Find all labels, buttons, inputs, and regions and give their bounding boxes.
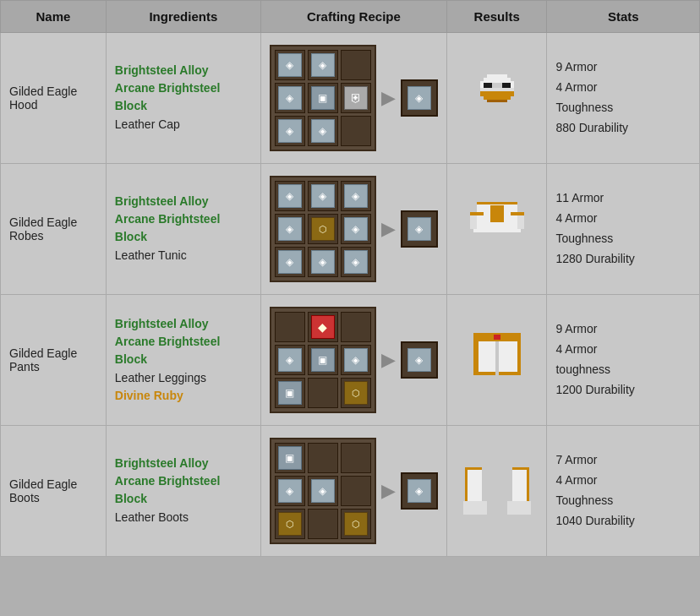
- col-header-results: Results: [446, 1, 547, 33]
- stat-line: 9 Armor: [555, 57, 691, 78]
- stat-line: 880 Durability: [555, 118, 691, 139]
- result-image: [456, 202, 539, 256]
- ingredient-green: Brightsteel Alloy: [115, 315, 252, 333]
- grid-cell: ◈: [275, 83, 305, 113]
- svg-rect-34: [527, 467, 529, 501]
- crafting-arrow: ▶: [381, 87, 396, 109]
- stats-text: 9 Armor4 Armortoughness1200 Durability: [555, 319, 691, 400]
- grid-cell: ▣: [275, 378, 305, 408]
- svg-rect-23: [517, 341, 521, 372]
- item-name: Gilded Eagle Robes: [1, 164, 107, 295]
- grid-cell: [308, 509, 338, 539]
- stat-line: Toughness: [555, 229, 691, 249]
- stats-cell: 11 Armor4 ArmorToughness1280 Durability: [547, 164, 700, 295]
- stat-line: 1040 Durability: [555, 511, 691, 532]
- svg-rect-4: [480, 88, 514, 91]
- item-name: Gilded Eagle Pants: [1, 295, 107, 426]
- svg-rect-18: [511, 212, 524, 215]
- table-row: Gilded Eagle RobesBrightsteel AlloyArcan…: [1, 164, 700, 295]
- ingredient-green: Arcane Brightsteel Block: [115, 472, 252, 508]
- ingredient-green: Brightsteel Alloy: [115, 455, 252, 472]
- svg-rect-22: [473, 341, 479, 372]
- grid-cell: ◈: [308, 476, 338, 506]
- grid-cell: ◈: [275, 116, 305, 146]
- item-name-text: Gilded Eagle Robes: [9, 215, 77, 243]
- ingredients-cell: Brightsteel AlloyArcane Brightsteel Bloc…: [106, 164, 260, 295]
- crafting-recipe-cell: ◈◈◈▣⛨◈◈ ▶ ◈: [260, 33, 446, 164]
- grid-cell: ⬡: [275, 509, 305, 539]
- recipe-result-cell: ◈: [401, 341, 438, 379]
- crafting-arrow: ▶: [381, 480, 396, 502]
- grid-cell: ◈: [341, 345, 371, 375]
- stats-cell: 7 Armor4 ArmorToughness1040 Durability: [547, 426, 700, 557]
- ingredient-green: Arcane Brightsteel Block: [115, 79, 252, 115]
- col-header-recipe: Crafting Recipe: [260, 1, 446, 33]
- crafting-arrow: ▶: [381, 218, 396, 240]
- svg-rect-30: [507, 501, 531, 515]
- ingredient-green: Arcane Brightsteel Block: [115, 333, 252, 368]
- svg-rect-2: [484, 78, 511, 81]
- stats-cell: 9 Armor4 Armortoughness1200 Durability: [547, 295, 700, 426]
- stat-line: toughness: [555, 360, 691, 380]
- grid-cell: ◈: [308, 50, 338, 80]
- svg-rect-16: [477, 202, 517, 204]
- grid-cell: ◈: [308, 181, 338, 211]
- result-cell: [446, 295, 547, 426]
- grid-cell: ◈: [341, 247, 371, 277]
- stat-line: 4 Armor: [555, 78, 691, 98]
- grid-cell: ◈: [275, 345, 305, 375]
- ingredient-green: Brightsteel Alloy: [115, 62, 252, 79]
- svg-rect-10: [487, 100, 507, 102]
- item-name-text: Gilded Eagle Boots: [9, 477, 77, 504]
- svg-rect-15: [490, 205, 504, 222]
- stat-line: 4 Armor: [555, 471, 691, 491]
- result-cell: [446, 426, 547, 557]
- col-header-stats: Stats: [547, 1, 700, 33]
- svg-rect-32: [465, 467, 468, 501]
- ingredient-green: Arcane Brightsteel Block: [115, 210, 252, 246]
- grid-cell: ◈: [275, 214, 305, 244]
- svg-rect-17: [470, 212, 484, 215]
- grid-cell: ⬡: [341, 378, 371, 408]
- grid-cell: ▣: [308, 345, 338, 375]
- crafting-arrow: ▶: [381, 349, 396, 371]
- ingredient-plain: Leather Boots: [115, 508, 252, 526]
- crafting-recipe-cell: ◆◈▣◈▣⬡ ▶ ◈: [260, 295, 446, 426]
- grid-cell: ◈: [275, 50, 305, 80]
- ingredient-plain: Leather Tunic: [115, 246, 252, 264]
- crafting-grid: ◈◈◈◈⬡◈◈◈◈: [270, 176, 376, 282]
- grid-cell: ▣: [308, 83, 338, 113]
- grid-cell: ◆: [308, 312, 338, 342]
- recipe-result-cell: ◈: [401, 472, 438, 510]
- grid-cell: ◈: [275, 476, 305, 506]
- item-name-text: Gilded Eagle Pants: [9, 346, 77, 373]
- crafting-grid: ◆◈▣◈▣⬡: [270, 307, 376, 413]
- ingredient-gold: Divine Ruby: [115, 387, 252, 405]
- table-row: Gilded Eagle PantsBrightsteel AlloyArcan…: [1, 295, 700, 426]
- stats-text: 7 Armor4 ArmorToughness1040 Durability: [555, 450, 691, 531]
- item-name: Gilded Eagle Hood: [1, 33, 107, 164]
- grid-cell: [341, 312, 371, 342]
- stats-cell: 9 Armor4 ArmorToughness880 Durability: [547, 33, 700, 164]
- ingredients-cell: Brightsteel AlloyArcane Brightsteel Bloc…: [106, 426, 260, 557]
- recipe-result-cell: ◈: [401, 79, 438, 117]
- grid-cell: ◈: [341, 214, 371, 244]
- crafting-grid-container: ◈◈◈◈⬡◈◈◈◈ ▶ ◈: [270, 176, 438, 282]
- crafting-grid: ◈◈◈▣⛨◈◈: [270, 45, 376, 151]
- result-image: [456, 464, 539, 518]
- recipe-result-cell: ◈: [401, 210, 438, 248]
- ingredients-cell: Brightsteel AlloyArcane Brightsteel Bloc…: [106, 33, 260, 164]
- grid-cell: ⬡: [341, 509, 371, 539]
- grid-cell: ◈: [308, 247, 338, 277]
- crafting-grid: ▣◈◈⬡⬡: [270, 438, 376, 544]
- result-cell: [446, 164, 547, 295]
- stat-line: 1200 Durability: [555, 380, 691, 401]
- svg-rect-6: [484, 96, 511, 100]
- grid-cell: [341, 50, 371, 80]
- svg-rect-7: [484, 83, 492, 88]
- svg-rect-28: [463, 501, 487, 515]
- ingredient-plain: Leather Leggings: [115, 368, 252, 387]
- grid-cell: [341, 443, 371, 473]
- svg-rect-1: [487, 74, 507, 78]
- svg-rect-24: [473, 372, 495, 375]
